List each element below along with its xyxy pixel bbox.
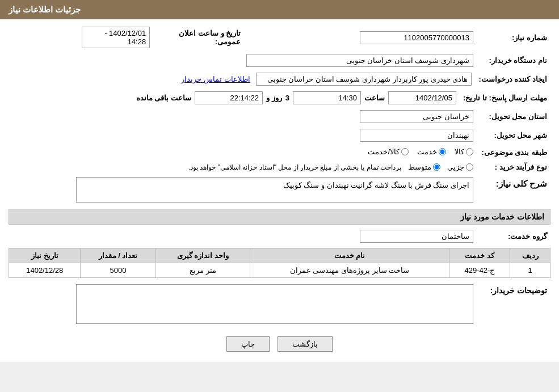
buyer-org-label: نام دستگاه خریدار: bbox=[477, 52, 550, 69]
province-table: استان محل تحویل: خراسان جنوبی bbox=[9, 108, 550, 125]
process-table: نوع فرآیند خرید : جزیی متوسط پرداخت تمام… bbox=[9, 161, 550, 173]
page-title: جزئیات اطلاعات نیاز bbox=[9, 5, 81, 14]
services-table: ردیف کد خدمت نام خدمت واحد اندازه گیری ت… bbox=[9, 248, 550, 278]
process-radio-motavaset[interactable] bbox=[433, 163, 440, 171]
creator-value: هادی حیدری پور کاربردار شهرداری شوسف است… bbox=[9, 71, 475, 87]
category-label: طبقه بندی موضوعی: bbox=[477, 146, 550, 159]
province-field: خراسان جنوبی bbox=[360, 110, 473, 123]
deadline-table: مهلت ارسال پاسخ: تا تاریخ: 1402/12/05 سا… bbox=[9, 90, 550, 106]
process-radio-jozvi[interactable] bbox=[466, 163, 473, 171]
buttons-row: بازگشت چاپ bbox=[9, 330, 550, 356]
creator-label: ایجاد کننده درخواست: bbox=[475, 71, 550, 87]
deadline-value-cell: 1402/12/05 ساعت 14:30 3 روز و 22:14:22 س… bbox=[9, 90, 460, 106]
deadline-days-label: روز و bbox=[266, 94, 282, 102]
description-label: شرح کلی نیاز: bbox=[477, 175, 550, 204]
col-unit: واحد اندازه گیری bbox=[155, 248, 250, 263]
cell-service_name: ساخت سایر پروژه‌های مهندسی عمران bbox=[250, 263, 449, 278]
buyer-desc-value-cell bbox=[9, 283, 477, 327]
category-option-kala: کالا bbox=[455, 147, 473, 156]
service-group-value: ساختمان bbox=[9, 228, 477, 245]
page-header: جزئیات اطلاعات نیاز bbox=[0, 0, 559, 19]
deadline-remaining-label: ساعت باقی مانده bbox=[136, 94, 191, 102]
category-table: طبقه بندی موضوعی: کالا خدمت bbox=[9, 146, 550, 159]
category-option-khedmat: خدمت bbox=[417, 147, 446, 156]
deadline-time-field: 14:30 bbox=[293, 91, 361, 104]
category-label-khedmat: خدمت bbox=[417, 147, 437, 156]
cell-service_code: ج-42-429 bbox=[449, 263, 510, 278]
creator-table: ایجاد کننده درخواست: هادی حیدری پور کارب… bbox=[9, 71, 550, 87]
back-button[interactable]: بازگشت bbox=[278, 336, 333, 352]
process-row: جزیی متوسط پرداخت تمام یا بخشی از مبلغ خ… bbox=[12, 163, 473, 171]
service-group-table: گروه خدمت: ساختمان bbox=[9, 228, 550, 245]
deadline-time-label: ساعت bbox=[364, 94, 385, 102]
deadline-remaining-field: 22:14:22 bbox=[195, 91, 263, 104]
cell-date: 1402/12/28 bbox=[9, 263, 81, 278]
col-service-code: کد خدمت bbox=[449, 248, 510, 263]
creator-field: هادی حیدری پور کاربردار شهرداری شوسف است… bbox=[256, 73, 472, 86]
deadline-label: مهلت ارسال پاسخ: تا تاریخ: bbox=[460, 90, 550, 106]
cell-quantity: 5000 bbox=[81, 263, 155, 278]
process-label-motavaset: متوسط bbox=[408, 163, 431, 171]
city-field: نهبندان bbox=[360, 129, 473, 142]
category-option-kala-khedmat: کالا/خدمت bbox=[368, 147, 409, 156]
province-value: خراسان جنوبی bbox=[9, 108, 477, 125]
buyer-org-table: نام دستگاه خریدار: شهرداری شوسف استان خر… bbox=[9, 52, 550, 69]
category-radio-khedmat[interactable] bbox=[439, 148, 446, 155]
buyer-desc-label: توضیحات خریدار: bbox=[477, 283, 550, 327]
process-label-jozvi: جزیی bbox=[447, 163, 464, 171]
category-label-kala-khedmat: کالا/خدمت bbox=[368, 147, 400, 156]
city-value: نهبندان bbox=[9, 127, 477, 144]
process-note: پرداخت تمام یا بخشی از مبلغ خریدار از مح… bbox=[188, 163, 401, 171]
service-group-field: ساختمان bbox=[360, 230, 473, 243]
buyer-desc-table: توضیحات خریدار: bbox=[9, 283, 550, 327]
service-group-label: گروه خدمت: bbox=[477, 228, 550, 245]
deadline-parts: 1402/12/05 ساعت 14:30 3 روز و 22:14:22 س… bbox=[136, 91, 456, 104]
announcement-label: تاریخ و ساعت اعلان عمومی: bbox=[153, 25, 244, 50]
process-label: نوع فرآیند خرید : bbox=[477, 161, 550, 173]
print-button[interactable]: چاپ bbox=[226, 336, 270, 352]
col-service-name: نام خدمت bbox=[250, 248, 449, 263]
need-number-label: شماره نیاز: bbox=[477, 25, 550, 50]
process-option-jozvi: جزیی bbox=[447, 163, 473, 171]
announcement-field: 1402/12/01 - 14:28 bbox=[82, 27, 150, 48]
city-label: شهر محل تحویل: bbox=[477, 127, 550, 144]
cell-unit: متر مربع bbox=[155, 263, 250, 278]
contact-link[interactable]: اطلاعات تماس خریدار bbox=[181, 75, 250, 83]
category-radio-kala-khedmat[interactable] bbox=[401, 148, 409, 155]
deadline-days-value: 3 bbox=[285, 94, 289, 102]
need-number-value: 1102005770000013 bbox=[244, 25, 477, 50]
page-wrapper: جزئیات اطلاعات نیاز شماره نیاز: 11020057… bbox=[0, 0, 559, 362]
col-row-num: ردیف bbox=[510, 248, 550, 263]
services-section-title: اطلاعات خدمات مورد نیاز bbox=[9, 209, 550, 225]
col-date: تاریخ نیاز bbox=[9, 248, 81, 263]
content-area: شماره نیاز: 1102005770000013 تاریخ و ساع… bbox=[0, 19, 559, 362]
cell-row_num: 1 bbox=[510, 263, 550, 278]
category-options: کالا خدمت کالا/خدمت bbox=[9, 146, 477, 159]
description-field: اجرای سنگ فرش با سنگ لاشه گرانیت نهبندان… bbox=[76, 177, 473, 203]
category-radio-kala[interactable] bbox=[466, 148, 473, 155]
buyer-org-value: شهرداری شوسف استان خراسان جنوبی bbox=[9, 52, 477, 69]
table-row: 1ج-42-429ساخت سایر پروژه‌های مهندسی عمرا… bbox=[9, 263, 550, 278]
need-number-field: 1102005770000013 bbox=[360, 31, 473, 44]
process-option-motavaset: متوسط bbox=[408, 163, 440, 171]
province-label: استان محل تحویل: bbox=[477, 108, 550, 125]
description-value-cell: اجرای سنگ فرش با سنگ لاشه گرانیت نهبندان… bbox=[9, 175, 477, 204]
category-radio-group: کالا خدمت کالا/خدمت bbox=[368, 147, 473, 156]
basic-info-table: شماره نیاز: 1102005770000013 تاریخ و ساع… bbox=[9, 25, 550, 50]
deadline-date-field: 1402/12/05 bbox=[388, 91, 456, 104]
announcement-value: 1402/12/01 - 14:28 bbox=[9, 25, 153, 50]
city-table: شهر محل تحویل: نهبندان bbox=[9, 127, 550, 144]
description-table: شرح کلی نیاز: اجرای سنگ فرش با سنگ لاشه … bbox=[9, 175, 550, 204]
process-options: جزیی متوسط پرداخت تمام یا بخشی از مبلغ خ… bbox=[9, 161, 477, 173]
buyer-org-field: شهرداری شوسف استان خراسان جنوبی bbox=[246, 54, 473, 67]
buyer-desc-textarea[interactable] bbox=[76, 284, 473, 324]
col-quantity: تعداد / مقدار bbox=[81, 248, 155, 263]
category-label-kala: کالا bbox=[455, 147, 464, 156]
